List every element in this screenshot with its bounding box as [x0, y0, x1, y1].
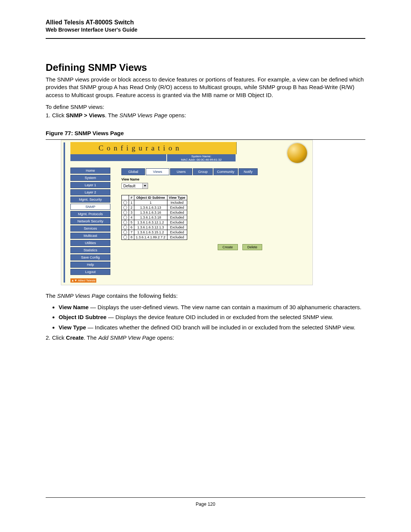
step-2: 2. Click Create. The Add SNMP VIew Page … [46, 334, 365, 342]
row-oid: 1.3.6.1.4.1.89.2.7.2 [134, 235, 167, 240]
row-oid: 1.3.6.1.6.3.12.1.3 [134, 225, 167, 230]
nav-item-layer-1[interactable]: Layer 1 [70, 182, 110, 188]
nav-item-mgmt-security[interactable]: Mgmt. Security [70, 197, 110, 203]
brand-badge: ▲▼ Allied Telesis [70, 278, 96, 283]
row-radio[interactable] [122, 210, 129, 215]
pre-steps-text: To define SNMP views: [46, 103, 365, 112]
tab-views[interactable]: Views [146, 168, 169, 175]
col-num: # [129, 195, 134, 200]
table-row: 61.3.6.1.6.3.12.1.3Excluded [122, 225, 187, 230]
row-radio[interactable] [122, 225, 129, 230]
nav-item-logout[interactable]: Logout [70, 269, 110, 275]
row-viewtype: Included [167, 200, 187, 205]
tab-group[interactable]: Group [193, 168, 213, 175]
row-radio[interactable] [122, 235, 129, 240]
dropdown-icon[interactable] [142, 183, 148, 189]
row-radio[interactable] [122, 220, 129, 225]
step2-bold: Create [66, 334, 84, 341]
row-num: 7 [129, 230, 134, 235]
table-row: 11Included [122, 200, 187, 205]
nav-item-home[interactable]: Home [70, 168, 110, 174]
figure-caption: Figure 77: SNMP Views Page [46, 130, 365, 136]
section-heading: Defining SNMP Views [46, 62, 365, 73]
nav-item-services[interactable]: Services [70, 225, 110, 232]
nav-item-utilities[interactable]: Utilities [70, 240, 110, 246]
table-row: 51.3.6.1.6.3.12.1.2Excluded [122, 220, 187, 225]
row-num: 6 [129, 225, 134, 230]
row-viewtype: Excluded [167, 205, 187, 210]
nav-item-network-security[interactable]: Network Security [70, 218, 110, 224]
row-radio[interactable] [122, 215, 129, 220]
copyright-text: Copyright © 2006 Allied Telesis Inc. All… [70, 285, 110, 285]
row-num: 4 [129, 215, 134, 220]
row-num: 2 [129, 205, 134, 210]
tab-notify[interactable]: Notify [239, 168, 258, 175]
field-list: View Name — Displays the user-defined vi… [46, 304, 365, 331]
table-row: 71.3.6.1.6.3.15.1.2Excluded [122, 230, 187, 235]
row-num: 5 [129, 220, 134, 225]
row-viewtype: Excluded [167, 215, 187, 220]
tab-bar: GlobalViewsUsersGroupCommunityNotify [121, 168, 274, 175]
row-radio[interactable] [122, 200, 129, 205]
delete-button[interactable]: Delete [242, 244, 262, 250]
row-num: 8 [129, 235, 134, 240]
nav-item-system[interactable]: System [70, 175, 110, 181]
nav-item-multicast[interactable]: Multicast [70, 233, 110, 239]
fields-intro: The SNMP Views Page contains the followi… [46, 292, 365, 300]
table-row: 31.3.6.1.6.3.16Excluded [122, 210, 187, 215]
view-name-label: View Name [121, 177, 274, 181]
nav-item-statistics[interactable]: Statistics [70, 247, 110, 253]
tab-users[interactable]: Users [170, 168, 192, 175]
page-number: Page 120 [46, 502, 365, 507]
create-button[interactable]: Create [218, 244, 238, 250]
row-viewtype: Excluded [167, 220, 187, 225]
row-oid: 1.3.6.1.6.3.18 [134, 215, 167, 220]
main-panel: GlobalViewsUsersGroupCommunityNotify Vie… [121, 168, 274, 251]
row-viewtype: Excluded [167, 235, 187, 240]
col-viewtype: View Type [167, 195, 187, 200]
row-oid: 1.3.6.1.6.3.15.1.2 [134, 230, 167, 235]
step1-path: SNMP > Views [66, 112, 105, 118]
page-header: Allied Telesis AT-8000S Switch Web Brows… [46, 19, 365, 39]
col-radio [122, 195, 129, 200]
row-radio[interactable] [122, 205, 129, 210]
field-item: View Type — Indicates whether the define… [59, 324, 365, 331]
steps-block: To define SNMP views: 1. Click SNMP > Vi… [46, 103, 365, 120]
tab-global[interactable]: Global [121, 168, 145, 175]
footer-rule [46, 497, 365, 498]
nav-item-snmp[interactable]: SNMP [70, 204, 110, 210]
step1-page-name: SNMP Views Page [119, 112, 167, 118]
row-oid: 1.3.6.1.6.3.12.1.2 [134, 220, 167, 225]
field-item: Object ID Subtree — Displays the device … [59, 313, 365, 321]
nav-item-mgmt-protocols[interactable]: Mgmt. Protocols [70, 211, 110, 217]
row-num: 1 [129, 200, 134, 205]
row-oid: 1.3.6.1.6.3.13 [134, 205, 167, 210]
nav-item-help[interactable]: Help [70, 262, 110, 268]
header-rule [46, 38, 365, 39]
snmp-views-screenshot: C o n f i g u r a t i o n System Name: M… [61, 140, 313, 285]
doc-title: Allied Telesis AT-8000S Switch [46, 19, 365, 26]
banner-blue-strip [70, 154, 166, 161]
page-footer: Page 120 [46, 494, 365, 507]
row-num: 3 [129, 210, 134, 215]
config-banner: C o n f i g u r a t i o n [70, 142, 237, 154]
row-viewtype: Excluded [167, 230, 187, 235]
globe-icon [287, 143, 307, 163]
tab-community[interactable]: Community [213, 168, 238, 175]
view-name-value: Default [122, 184, 142, 188]
row-oid: 1 [134, 200, 167, 205]
row-oid: 1.3.6.1.6.3.16 [134, 210, 167, 215]
row-viewtype: Excluded [167, 225, 187, 230]
row-viewtype: Excluded [167, 210, 187, 215]
system-info: System Name: MAC Addr: 00:0C:46:95:61:32 [167, 154, 236, 161]
nav-item-layer-2[interactable]: Layer 2 [70, 189, 110, 195]
action-buttons: Create Delete [121, 243, 274, 250]
table-row: 81.3.6.1.4.1.89.2.7.2Excluded [122, 235, 187, 240]
view-name-select[interactable]: Default [121, 183, 148, 189]
nav-item-save-config[interactable]: Save Config [70, 254, 110, 260]
table-row: 41.3.6.1.6.3.18Excluded [122, 215, 187, 220]
step-1: 1. Click SNMP > Views. The SNMP Views Pa… [46, 111, 365, 120]
row-radio[interactable] [122, 230, 129, 235]
left-nav: HomeSystemLayer 1Layer 2Mgmt. SecuritySN… [70, 168, 110, 285]
step2-page-name: Add SNMP VIew Page [98, 334, 155, 341]
